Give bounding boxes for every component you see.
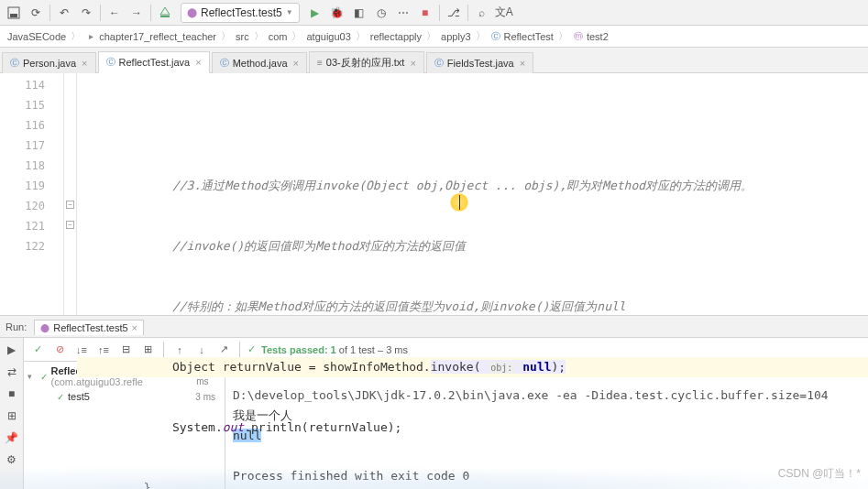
run-tab[interactable]: ⬤ ReflectTest.test5 ×: [34, 320, 144, 335]
text-cursor-icon: [450, 192, 468, 212]
fold-icon[interactable]: −: [66, 221, 74, 229]
breadcrumb-item[interactable]: JavaSECode: [4, 31, 70, 42]
chevron-right-icon: 〉: [71, 29, 81, 43]
chevron-right-icon: 〉: [426, 29, 436, 43]
breadcrumb-item[interactable]: ⓜtest2: [569, 31, 612, 42]
tab-person[interactable]: ⒸPerson.java×: [2, 52, 96, 73]
debug-icon[interactable]: 🐞: [327, 3, 347, 23]
run-label: Run:: [5, 321, 27, 332]
separator: [100, 5, 101, 21]
redo-icon[interactable]: ↷: [76, 3, 96, 23]
rerun-icon[interactable]: ▶: [4, 342, 20, 358]
txt-icon: ≡: [317, 58, 323, 68]
settings-icon[interactable]: ⚙: [4, 451, 20, 468]
tab-reflecttest[interactable]: ⒸReflectTest.java×: [98, 51, 210, 73]
translate-icon[interactable]: 文A: [494, 3, 514, 23]
stop-icon[interactable]: ■: [415, 3, 435, 23]
tab-fieldstest[interactable]: ⒸFieldsTest.java×: [426, 52, 533, 73]
chevron-right-icon: 〉: [291, 29, 302, 43]
fold-column: − −: [64, 73, 77, 315]
back-icon[interactable]: ←: [104, 3, 125, 23]
undo-icon[interactable]: ↶: [54, 3, 74, 23]
close-icon[interactable]: ×: [293, 58, 299, 69]
close-icon[interactable]: ×: [82, 58, 87, 69]
breadcrumb-item[interactable]: reflectapply: [367, 31, 425, 42]
code-editor[interactable]: 114 115 116 117 118 119 120 121 122 − − …: [0, 73, 868, 315]
separator: [49, 5, 50, 21]
save-icon[interactable]: [4, 3, 24, 23]
separator: [150, 5, 151, 21]
chevron-right-icon: 〉: [558, 29, 568, 43]
run-config-selector[interactable]: ⬤ ReflectTest.test5 ▼: [181, 3, 300, 23]
svg-rect-1: [10, 14, 17, 17]
tab-method[interactable]: ⒸMethod.java×: [212, 52, 307, 73]
breadcrumb-item[interactable]: ⒸReflectTest: [487, 31, 557, 42]
editor-tabs: ⒸPerson.java× ⒸReflectTest.java× ⒸMethod…: [0, 48, 868, 73]
java-icon: Ⓒ: [434, 57, 444, 70]
svg-rect-2: [160, 16, 170, 17]
breadcrumb-item[interactable]: src: [232, 31, 253, 42]
fold-icon[interactable]: −: [66, 201, 74, 209]
close-icon[interactable]: ×: [132, 322, 137, 333]
breadcrumb-item[interactable]: apply3: [437, 31, 474, 42]
check-icon: ✓: [57, 392, 64, 402]
main-toolbar: ⟳ ↶ ↷ ← → ⬤ ReflectTest.test5 ▼ ▶ 🐞 ◧ ◷ …: [0, 0, 868, 26]
junit-icon: ⬤: [187, 7, 197, 17]
layout-icon[interactable]: ⊞: [4, 408, 20, 424]
attach-icon[interactable]: ⋯: [393, 3, 413, 23]
folder-icon: ▸: [85, 31, 96, 42]
search-icon[interactable]: ⌕: [472, 3, 492, 23]
chevron-right-icon: 〉: [356, 29, 366, 43]
junit-icon: ⬤: [40, 323, 49, 332]
run-icon[interactable]: ▶: [305, 3, 325, 23]
breadcrumb-item[interactable]: com: [265, 31, 291, 42]
check-icon: ✓: [40, 372, 48, 382]
chevron-right-icon: 〉: [221, 29, 231, 43]
coverage-icon[interactable]: ◧: [349, 3, 369, 23]
close-icon[interactable]: ×: [195, 57, 201, 68]
stop-icon[interactable]: ■: [4, 386, 20, 402]
code-content[interactable]: //3.通过Method实例调用invoke(Object obj,Object…: [77, 73, 868, 315]
separator: [467, 5, 468, 21]
chevron-down-icon: ▼: [286, 8, 293, 16]
run-config-label: ReflectTest.test5: [201, 6, 282, 19]
chevron-right-icon: 〉: [254, 29, 264, 43]
java-icon: Ⓒ: [106, 56, 115, 69]
build-icon[interactable]: [155, 3, 175, 23]
breadcrumb-bar: JavaSECode 〉 ▸chapter17_reflect_teacher …: [0, 26, 868, 48]
check-icon[interactable]: ✓: [29, 342, 46, 358]
java-icon: Ⓒ: [220, 57, 229, 70]
chevron-down-icon[interactable]: ▾: [27, 372, 37, 381]
line-gutter: 114 115 116 117 118 119 120 121 122: [0, 73, 64, 315]
class-icon: Ⓒ: [490, 31, 501, 42]
chevron-right-icon: 〉: [476, 29, 486, 43]
separator: [439, 5, 440, 21]
refresh-icon[interactable]: ⟳: [26, 3, 46, 23]
vcs-icon[interactable]: ⎇: [444, 3, 464, 23]
method-icon: ⓜ: [573, 31, 584, 42]
cross-icon[interactable]: ⊘: [51, 342, 68, 358]
profile-icon[interactable]: ◷: [371, 3, 391, 23]
close-icon[interactable]: ×: [520, 58, 525, 69]
forward-icon[interactable]: →: [126, 3, 147, 23]
run-tool-column: ▶ ⇄ ■ ⊞ 📌 ⚙: [0, 338, 24, 489]
close-icon[interactable]: ×: [410, 58, 415, 69]
java-icon: Ⓒ: [10, 57, 19, 70]
watermark: CSDN @叮当！*: [778, 466, 861, 482]
toggle-icon[interactable]: ⇄: [4, 364, 20, 380]
breadcrumb-item[interactable]: ▸chapter17_reflect_teacher: [82, 31, 220, 42]
pin-icon[interactable]: 📌: [4, 429, 20, 446]
tab-txt[interactable]: ≡03-反射的应用.txt×: [309, 51, 424, 73]
breadcrumb-item[interactable]: atguigu03: [302, 31, 354, 42]
